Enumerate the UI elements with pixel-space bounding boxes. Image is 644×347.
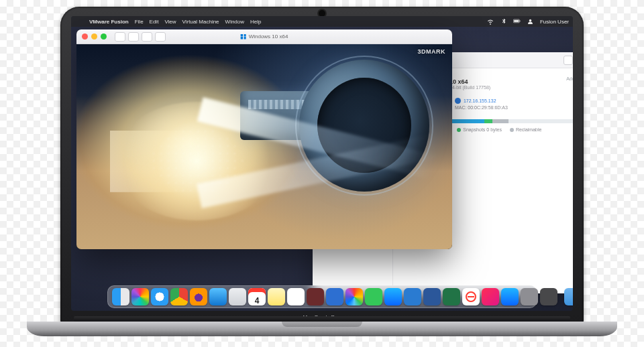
dock: 4 <box>107 285 537 308</box>
legend-sn-val: 0 bytes <box>486 127 502 132</box>
dock-finder[interactable] <box>112 288 129 305</box>
vm-window-title: Windows 10 x64 <box>241 33 288 40</box>
windows-icon <box>241 34 246 40</box>
add-note-link[interactable]: Add a note here <box>566 76 573 81</box>
dock-settings[interactable] <box>540 288 557 305</box>
dock-noentry[interactable] <box>462 288 480 305</box>
dock-safari[interactable] <box>151 288 168 305</box>
calendar-day: 4 <box>255 296 260 305</box>
dock-mail[interactable] <box>209 288 227 305</box>
legend-sn: Snapshots <box>463 127 485 132</box>
dock-hex[interactable] <box>326 288 343 305</box>
dock-reminders[interactable] <box>287 288 305 305</box>
benchmark-scene <box>76 44 452 249</box>
vm-window: Windows 10 x64 3DMARK <box>76 29 452 249</box>
dock-appstore-2[interactable] <box>384 288 402 305</box>
battery-icon[interactable] <box>513 17 521 25</box>
laptop-base <box>27 322 617 336</box>
svg-rect-1 <box>514 20 519 22</box>
zoom-button[interactable] <box>101 33 107 40</box>
dock-calendar[interactable]: 4 <box>248 288 266 305</box>
menubar-window[interactable]: Window <box>225 19 244 25</box>
benchmark-brand: 3DMARK <box>417 48 445 55</box>
network-dot-icon <box>455 98 461 104</box>
snapshot-button[interactable] <box>142 32 152 42</box>
minimize-button[interactable] <box>91 33 97 40</box>
vm-titlebar: Windows 10 x64 <box>76 29 452 44</box>
legend-rc: Reclaimable <box>516 127 542 132</box>
vm-window-title-text: Windows 10 x64 <box>249 33 288 40</box>
dock-vscode[interactable] <box>404 288 421 305</box>
menubar-user[interactable]: Fusion User <box>540 19 569 25</box>
user-icon[interactable] <box>527 17 535 25</box>
svg-rect-2 <box>519 21 520 22</box>
menubar-edit[interactable]: Edit <box>150 19 159 25</box>
menubar: VMware Fusion File Edit View Virtual Mac… <box>71 16 573 27</box>
menubar-help[interactable]: Help <box>250 19 261 25</box>
dock-screens[interactable] <box>307 288 324 305</box>
apple-icon[interactable] <box>75 17 83 25</box>
vm-viewport[interactable]: 3DMARK <box>76 44 452 249</box>
menubar-view[interactable]: View <box>164 19 176 25</box>
dock-downloads[interactable] <box>564 288 573 305</box>
vm-ip: 172.16.155.132 <box>464 98 496 103</box>
screen: VMware Fusion File Edit View Virtual Mac… <box>71 16 573 311</box>
menubar-file[interactable]: File <box>135 19 144 25</box>
dock-messages[interactable] <box>365 288 382 305</box>
library-grid-button[interactable] <box>564 56 573 65</box>
dock-word[interactable] <box>423 288 441 305</box>
dock-siri[interactable] <box>131 288 149 305</box>
play-button[interactable] <box>128 32 139 42</box>
dock-photos[interactable] <box>345 288 363 305</box>
dock-appstore[interactable] <box>501 288 519 305</box>
vm-build: (Build 17758) <box>462 85 490 90</box>
dock-contacts[interactable] <box>229 288 246 305</box>
wifi-icon[interactable] <box>486 17 494 25</box>
dock-excel[interactable] <box>443 288 460 305</box>
dock-chrome[interactable] <box>170 288 188 305</box>
close-button[interactable] <box>82 33 88 40</box>
vm-mac: MAC: 00:0C:29:58:6D:A3 <box>455 105 508 110</box>
dock-music[interactable] <box>482 288 499 305</box>
menubar-virtual-machine[interactable]: Virtual Machine <box>182 19 219 25</box>
settings-button[interactable] <box>155 32 166 42</box>
bluetooth-icon[interactable] <box>500 17 508 25</box>
dock-system-preferences[interactable] <box>521 288 538 305</box>
dock-firefox[interactable] <box>190 288 207 305</box>
svg-point-3 <box>529 19 532 21</box>
laptop-frame: VMware Fusion File Edit View Virtual Mac… <box>27 7 617 340</box>
sidebar-toggle-button[interactable] <box>115 32 125 42</box>
menubar-app[interactable]: VMware Fusion <box>89 19 129 25</box>
dock-notes[interactable] <box>268 288 285 305</box>
